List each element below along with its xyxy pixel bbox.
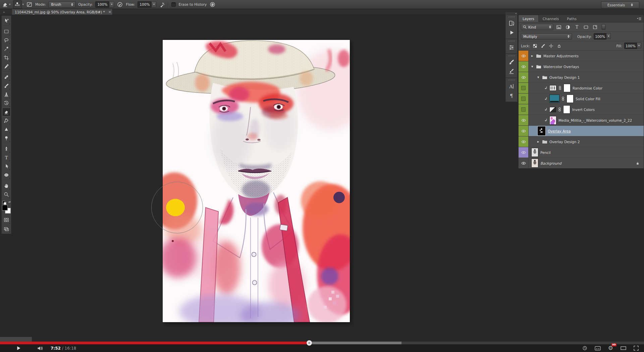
visibility-toggle[interactable] [519,136,529,147]
lock-position-button[interactable] [548,43,554,49]
pencil-layer-thumbnail[interactable] [531,148,538,157]
properties-panel-button[interactable] [506,43,517,52]
watch-later-button[interactable] [582,346,587,351]
expand-icon[interactable]: ▶ [531,55,534,57]
layer-fill-caret[interactable]: ▾ [637,43,641,48]
play-button[interactable] [16,346,21,351]
tab-close-icon[interactable]: × [108,10,111,14]
tool-dodge[interactable] [2,134,11,142]
layer-fill-field[interactable]: 100% [624,43,637,49]
mode-dropdown[interactable]: Brush [49,1,75,8]
layer-row[interactable]: ▼ Watercolor Overlays [519,61,644,72]
visibility-toggle[interactable] [519,72,529,82]
visibility-toggle[interactable] [519,83,529,93]
captions-button[interactable] [595,346,601,351]
layer-mask-thumbnail[interactable] [564,84,571,92]
paragraph-panel-button[interactable]: ¶ [506,91,517,100]
tool-ellipse[interactable] [2,171,11,179]
eraser-tool-preset-icon[interactable]: ▾ [2,1,10,7]
tab-layers[interactable]: Layers [519,15,539,22]
visibility-toggle[interactable] [519,51,529,61]
layer-mask-thumbnail[interactable] [567,95,574,103]
tool-history-brush[interactable] [2,99,11,108]
layer-row[interactable]: Pencil [519,147,644,158]
flow-value-field[interactable]: 100% [138,1,152,8]
dock-expand-bar[interactable]: « [505,12,518,15]
tool-type[interactable]: T [2,153,11,162]
tool-pen[interactable] [2,144,11,153]
overlay-area-thumbnail[interactable] [537,126,546,136]
tablet-pressure-size-button[interactable] [209,1,216,8]
layer-row[interactable]: Background [519,158,644,168]
drag-grip-icon[interactable] [508,16,515,17]
expand-icon[interactable]: ▼ [537,76,540,79]
swap-colors-icon[interactable]: ⇄ [8,200,11,203]
settings-button[interactable]: ⚙ HD [608,345,613,351]
fullscreen-button[interactable] [634,346,639,351]
tool-lasso[interactable] [2,36,11,45]
layer-mask-thumbnail[interactable] [563,105,570,114]
filter-shape-layers-button[interactable] [582,24,589,30]
tool-zoom[interactable] [2,190,11,199]
expand-icon[interactable]: ▶ [537,140,540,143]
layer-row[interactable]: Randomise Color [519,83,644,94]
drag-grip-icon[interactable] [508,55,515,56]
tool-presets-panel-button[interactable] [506,67,517,76]
layer-row[interactable]: ▼ Overlay Design 1 [519,72,644,83]
document-canvas[interactable] [163,40,350,322]
tool-quick-selection[interactable] [2,45,11,53]
lock-all-button[interactable] [556,43,562,49]
lock-pixels-button[interactable] [540,43,546,49]
opacity-value-field[interactable]: 100% [95,1,109,8]
history-panel-button[interactable] [506,18,517,28]
caret-icon[interactable]: ▾ [22,3,24,6]
tool-path-selection[interactable] [2,162,11,171]
tool-marquee[interactable] [2,27,11,36]
layer-row[interactable]: Solid Color Fill [519,94,644,104]
opacity-caret-button[interactable]: ▾ [109,1,114,8]
layer-row[interactable]: Invert Colors [519,104,644,115]
layer-row[interactable]: ▶ Master Adjustments [519,51,644,61]
visibility-toggle[interactable] [519,147,529,158]
airbrush-button[interactable] [159,1,165,8]
brush-settings-panel-button[interactable] [506,57,517,67]
visibility-toggle[interactable] [519,104,529,115]
tools-collapse-chevrons[interactable]: » [3,10,5,14]
tool-blur[interactable] [2,125,11,134]
tool-gradient[interactable] [2,116,11,125]
layer-opacity-caret[interactable]: ▾ [606,33,611,39]
tablet-pressure-opacity-button[interactable] [117,1,123,8]
tab-paths[interactable]: Paths [563,15,581,22]
filter-type-layers-button[interactable]: T [573,24,580,30]
filter-toggle-switch[interactable] [602,24,605,30]
visibility-toggle[interactable] [519,61,529,72]
tool-eyedropper[interactable] [2,62,11,71]
layer-row[interactable]: ▶ Overlay Design 2 [519,136,644,147]
default-colors-icon[interactable] [4,202,6,205]
character-panel-button[interactable]: A [506,81,517,91]
volume-button[interactable] [37,346,43,351]
actions-panel-button[interactable] [506,28,517,37]
workspace-switcher-button[interactable]: Essentials [601,1,639,8]
visibility-toggle[interactable] [519,158,529,168]
visibility-toggle[interactable] [519,126,529,136]
quick-mask-button[interactable] [2,216,11,224]
tool-spot-healing[interactable] [2,73,11,81]
foreground-color-swatch[interactable] [2,205,8,211]
document-tab[interactable]: 11044294_ml.jpg @ 50% (Overlay Area, RGB… [12,9,113,15]
tool-clone-stamp[interactable] [2,90,11,99]
tool-hand[interactable] [2,181,11,190]
flow-caret-button[interactable]: ▾ [152,1,156,8]
filter-adjustment-layers-button[interactable] [564,24,571,30]
solid-color-fill-thumbnail[interactable] [549,95,559,103]
screen-mode-button[interactable] [2,224,11,233]
visibility-toggle[interactable] [519,115,529,125]
adjustment-layer-thumbnail[interactable] [549,85,556,91]
tab-channels[interactable]: Channels [539,15,563,22]
filter-smart-objects-button[interactable] [591,24,598,30]
expand-icon[interactable]: ▼ [531,65,534,68]
tool-crop[interactable] [2,53,11,62]
panel-menu-button[interactable] [636,15,644,22]
drag-grip-icon[interactable] [508,41,515,42]
tool-eraser[interactable] [2,108,11,116]
